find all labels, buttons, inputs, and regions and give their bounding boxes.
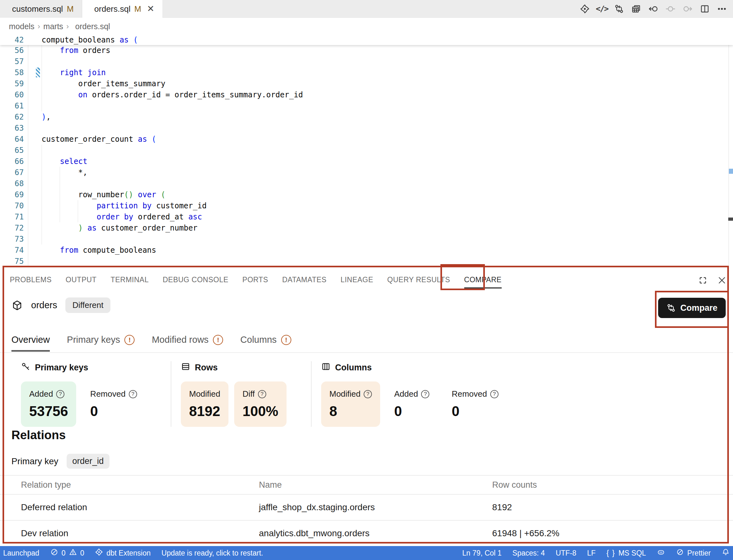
overview-ruler[interactable] [729, 35, 729, 267]
breadcrumb-item[interactable]: marts [43, 22, 63, 31]
panel-tab-compare[interactable]: COMPARE [464, 276, 502, 289]
code-line-57[interactable]: 57 [0, 56, 733, 67]
table-row[interactable]: Dev relationanalytics.dbt_mwong.orders61… [0, 520, 733, 546]
statusbar-cursor-position[interactable]: Ln 79, Col 1 [462, 549, 502, 557]
statusbar-copilot[interactable] [657, 548, 665, 558]
panel-tab-terminal[interactable]: TERMINAL [110, 276, 148, 289]
code-line-74[interactable]: 74 from compute_booleans [0, 244, 733, 256]
split-editor-icon[interactable] [699, 3, 710, 14]
panel-tab-lineage[interactable]: LINEAGE [340, 276, 373, 289]
code-line-61[interactable]: 61 [0, 100, 733, 111]
more-actions-icon[interactable] [717, 3, 727, 14]
code-line-69[interactable]: 69 row_number() over ( [0, 189, 733, 200]
circle-dash-icon[interactable] [665, 3, 676, 14]
statusbar-update-restart[interactable]: Update is ready, click to restart. [161, 549, 263, 557]
statusbar-encoding[interactable]: UTF-8 [556, 549, 576, 557]
sticky-scroll-line[interactable]: 42compute_booleans as ( [0, 35, 733, 45]
code-line-66[interactable]: 66 select [0, 156, 733, 167]
statusbar-launchpad[interactable]: Launchpad [3, 549, 39, 557]
table-row[interactable]: Deferred relationjaffle_shop_dx.staging.… [0, 494, 733, 520]
code-line-73[interactable]: 73 [0, 233, 733, 244]
prettier-icon [676, 548, 684, 558]
model-name: orders [31, 300, 57, 310]
statusbar-indentation[interactable]: Spaces: 4 [513, 549, 545, 557]
statusbar-prettier[interactable]: Prettier [676, 548, 711, 558]
code-icon[interactable]: </> [597, 3, 607, 14]
panel-tab-datamates[interactable]: DATAMATES [282, 276, 326, 289]
panel-tab-debug-console[interactable]: DEBUG CONSOLE [163, 276, 228, 289]
help-circle-icon[interactable]: ? [258, 390, 266, 398]
code-line-60[interactable]: 60 on orders.order_id = order_items_summ… [0, 89, 733, 100]
breadcrumb-separator: › [38, 22, 40, 31]
code-line-70[interactable]: 70 partition by customer_id [0, 200, 733, 211]
statusbar-problems[interactable]: 00 [50, 548, 84, 558]
dbt-icon[interactable] [579, 3, 590, 14]
warning-circle-icon: ! [281, 335, 291, 345]
breadcrumb-separator: › [66, 22, 69, 31]
help-circle-icon[interactable]: ? [421, 390, 429, 398]
braces-icon: { } [606, 549, 615, 557]
statusbar-eol[interactable]: LF [587, 549, 596, 557]
compare-subtab-overview[interactable]: Overview [11, 335, 50, 352]
vscode-window: customers.sqlMorders.sqlM✕ </> models›ma… [0, 0, 733, 560]
maximize-panel-icon[interactable] [698, 276, 708, 286]
compare-subtab-primary-keys[interactable]: Primary keys! [67, 335, 135, 352]
editor-tab-customers-sql[interactable]: customers.sqlM [0, 0, 82, 18]
table-cell: jaffle_shop_dx.staging.orders [249, 502, 483, 512]
code-line-59[interactable]: 59 order_items_summary [0, 78, 733, 89]
statusbar-language-mode[interactable]: { }MS SQL [606, 549, 646, 557]
code-line-67[interactable]: 67 *, [0, 167, 733, 178]
close-panel-icon[interactable] [717, 276, 727, 286]
help-circle-icon[interactable]: ? [129, 390, 137, 398]
help-circle-icon[interactable]: ? [363, 390, 372, 398]
code-text: partition by customer_id [42, 201, 206, 210]
code-line-56[interactable]: 56 from orders [0, 45, 733, 56]
editor-tab-orders-sql[interactable]: orders.sqlM✕ [82, 0, 163, 18]
code-line-62[interactable]: 62), [0, 111, 733, 122]
code-line-63[interactable]: 63 [0, 122, 733, 133]
panel-tab-output[interactable]: OUTPUT [66, 276, 97, 289]
panel-tab-bar: PROBLEMSOUTPUTTERMINALDEBUG CONSOLEPORTS… [0, 267, 733, 291]
stat-label: Modified [329, 389, 360, 399]
code-line-65[interactable]: 65 [0, 145, 733, 156]
help-circle-icon[interactable]: ? [56, 390, 64, 398]
panel-tab-ports[interactable]: PORTS [242, 276, 268, 289]
help-circle-icon[interactable]: ? [490, 390, 499, 398]
compare-subtab-columns[interactable]: Columns! [240, 335, 291, 352]
line-number: 72 [0, 224, 24, 232]
code-line-72[interactable]: 72 ) as customer_order_number [0, 222, 733, 233]
code-editor[interactable]: 56 from orders5758 right join59 order_it… [0, 35, 733, 267]
stat-label: Added [29, 389, 53, 399]
git-compare-icon[interactable] [614, 3, 625, 14]
statusbar-notifications[interactable] [722, 548, 730, 558]
overview-stats: Primary keysAdded?53756Removed?0RowsModi… [0, 361, 733, 427]
table-cell: Dev relation [0, 528, 249, 538]
close-tab-icon[interactable]: ✕ [147, 4, 154, 13]
code-line-42[interactable]: 42compute_booleans as ( [0, 35, 733, 45]
compare-subtab-modified-rows[interactable]: Modified rows! [152, 335, 223, 352]
preview-table-icon[interactable] [631, 3, 642, 14]
code-text: from compute_booleans [42, 246, 156, 255]
tab-spacer [163, 0, 579, 17]
compare-subtabs: OverviewPrimary keys!Modified rows!Colum… [11, 335, 291, 352]
code-line-68[interactable]: 68 [0, 178, 733, 189]
panel-tab-problems[interactable]: PROBLEMS [10, 276, 52, 289]
code-line-64[interactable]: 64customer_order_count as ( [0, 133, 733, 145]
gutter-space [24, 244, 42, 256]
stat-group-columns: ColumnsModified?8Added?0Removed?0 [311, 361, 733, 427]
code-text: order by ordered_at asc [42, 212, 202, 221]
code-line-58[interactable]: 58 right join [0, 67, 733, 78]
panel-tab-query-results[interactable]: QUERY RESULTS [387, 276, 450, 289]
code-line-71[interactable]: 71 order by ordered_at asc [0, 211, 733, 222]
compare-button[interactable]: Compare [658, 298, 726, 318]
panel-actions [698, 276, 727, 286]
code-line-75[interactable]: 75 [0, 256, 733, 267]
arrow-left-circle-icon[interactable] [648, 3, 659, 14]
code-text: ) as customer_order_number [42, 224, 197, 232]
line-number: 63 [0, 124, 24, 133]
circle-arrow-right-icon[interactable] [682, 3, 693, 14]
statusbar-dbt-extension[interactable]: dbt Extension [95, 548, 150, 558]
breadcrumb-item[interactable]: models [9, 22, 35, 31]
breadcrumb-item[interactable]: orders.sql [75, 22, 110, 31]
statusbar-label: Launchpad [3, 549, 39, 557]
